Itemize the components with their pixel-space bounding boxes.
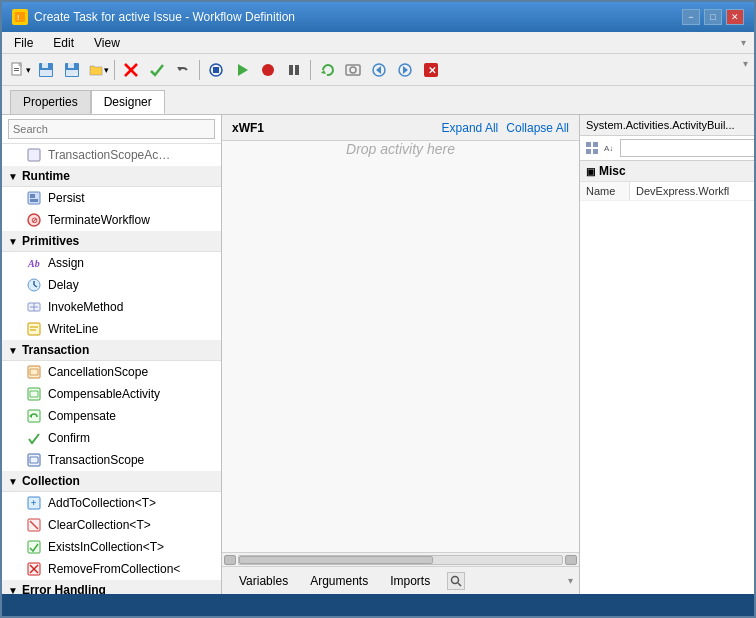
toolbox-item-existsincollection[interactable]: ExistsInCollection<T> — [2, 536, 221, 558]
toolbox-item-terminate[interactable]: ⊘ TerminateWorkflow — [2, 209, 221, 231]
delete-button[interactable] — [119, 58, 143, 82]
pause-button[interactable] — [282, 58, 306, 82]
svg-rect-5 — [14, 70, 19, 71]
save-button[interactable] — [34, 58, 58, 82]
menu-view[interactable]: View — [90, 35, 124, 51]
misc-expand-icon: ▣ — [586, 166, 595, 177]
designer-canvas-wrapper[interactable]: Drop activity here — [222, 141, 579, 552]
menu-file[interactable]: File — [10, 35, 37, 51]
toolbox-item-confirm[interactable]: Confirm — [2, 427, 221, 449]
svg-marker-17 — [213, 67, 219, 73]
tab-imports[interactable]: Imports — [379, 570, 441, 592]
workflow-name: xWF1 — [232, 121, 264, 135]
svg-rect-62 — [586, 142, 591, 147]
props-sort-btn[interactable]: A↓ — [602, 138, 618, 158]
toolbox-item-transactionscope[interactable]: TransactionScope — [2, 449, 221, 471]
toolbox-search-container — [2, 115, 221, 144]
collection-arrow: ▼ — [8, 476, 18, 487]
open-button[interactable]: ▾ — [86, 58, 110, 82]
delay-icon — [26, 277, 42, 293]
tab-properties[interactable]: Properties — [10, 90, 91, 114]
svg-rect-20 — [289, 65, 293, 75]
svg-text:✕: ✕ — [428, 65, 436, 76]
svg-rect-21 — [295, 65, 299, 75]
props-categorize-btn[interactable] — [584, 138, 600, 158]
section-error-handling[interactable]: ▼ Error Handling — [2, 580, 221, 594]
toolbox-item-compensate[interactable]: Compensate — [2, 405, 221, 427]
play-button[interactable] — [230, 58, 254, 82]
horizontal-scrollbar[interactable] — [222, 552, 579, 566]
toolbox-item-addtocollection[interactable]: + AddToCollection<T> — [2, 492, 221, 514]
toolbox-item-writeline[interactable]: WriteLine — [2, 318, 221, 340]
svg-marker-28 — [403, 66, 408, 74]
svg-text:A↓: A↓ — [604, 144, 613, 153]
addtocollection-icon: + — [26, 495, 42, 511]
undo-button[interactable] — [171, 58, 195, 82]
section-transaction[interactable]: ▼ Transaction — [2, 340, 221, 361]
section-collection[interactable]: ▼ Collection — [2, 471, 221, 492]
menu-edit[interactable]: Edit — [49, 35, 78, 51]
error-button[interactable]: ✕ — [419, 58, 443, 82]
existsincollection-icon — [26, 539, 42, 555]
toolbox-item-truncated[interactable]: TransactionScopeAc… — [2, 144, 221, 166]
scrollbar-thumb[interactable] — [239, 556, 433, 564]
stop-debug-button[interactable] — [204, 58, 228, 82]
truncated-icon — [26, 147, 42, 163]
toolbox-item-cancellationscope[interactable]: CancellationScope — [2, 361, 221, 383]
new-button[interactable]: ▾ — [8, 58, 32, 82]
svg-rect-44 — [28, 323, 40, 335]
svg-rect-10 — [68, 63, 74, 68]
designer-canvas[interactable]: Drop activity here — [222, 141, 579, 157]
toolbox-search-input[interactable] — [8, 119, 215, 139]
svg-marker-22 — [321, 70, 326, 74]
svg-rect-31 — [28, 149, 40, 161]
section-primitives[interactable]: ▼ Primitives — [2, 231, 221, 252]
props-section-misc[interactable]: ▣ Misc — [580, 161, 754, 182]
toolbox-item-removefromcollection[interactable]: RemoveFromCollection< — [2, 558, 221, 580]
props-row-name: Name DevExpress.Workfl — [580, 182, 754, 201]
svg-marker-18 — [238, 64, 248, 76]
minimize-button[interactable]: − — [682, 9, 700, 25]
svg-rect-65 — [593, 149, 598, 154]
close-button[interactable]: ✕ — [726, 9, 744, 25]
designer-bottom-tabs: Variables Arguments Imports ▾ — [222, 566, 579, 594]
toolbar-pin[interactable]: ▾ — [743, 58, 748, 69]
toolbox-panel: TransactionScopeAc… ▼ Runtime P — [2, 115, 222, 594]
main-content: TransactionScopeAc… ▼ Runtime P — [2, 114, 754, 594]
toolbox-item-compensableactivity[interactable]: CompensableActivity — [2, 383, 221, 405]
bottom-tabs-expand[interactable]: ▾ — [568, 575, 573, 586]
refresh-button[interactable] — [315, 58, 339, 82]
props-header: System.Activities.ActivityBuil... — [580, 115, 754, 136]
expand-all-link[interactable]: Expand All — [442, 121, 499, 135]
validate-button[interactable] — [145, 58, 169, 82]
collapse-all-link[interactable]: Collapse All — [506, 121, 569, 135]
tab-arguments[interactable]: Arguments — [299, 570, 379, 592]
toolbox-item-delay[interactable]: Delay — [2, 274, 221, 296]
toolbox-item-persist[interactable]: Persist — [2, 187, 221, 209]
toolbox-item-assign[interactable]: Ab Assign — [2, 252, 221, 274]
section-runtime[interactable]: ▼ Runtime — [2, 166, 221, 187]
nav-back-button[interactable] — [367, 58, 391, 82]
props-search-input[interactable] — [620, 139, 754, 157]
screenshot-button[interactable] — [341, 58, 365, 82]
toolbox-item-invokemethod[interactable]: InvokeMethod — [2, 296, 221, 318]
tab-variables[interactable]: Variables — [228, 570, 299, 592]
scroll-right-btn[interactable] — [565, 555, 577, 565]
title-bar: ! Create Task for active Issue - Workflo… — [2, 2, 754, 32]
svg-point-24 — [350, 67, 356, 73]
svg-point-60 — [452, 576, 459, 583]
search-tab-icon[interactable] — [447, 572, 465, 590]
svg-rect-8 — [40, 70, 52, 76]
svg-text:+: + — [31, 498, 36, 508]
svg-text:+: + — [74, 71, 78, 77]
toolbox-item-clearcollection[interactable]: ClearCollection<T> — [2, 514, 221, 536]
maximize-button[interactable]: □ — [704, 9, 722, 25]
scroll-left-btn[interactable] — [224, 555, 236, 565]
svg-rect-4 — [14, 68, 19, 69]
scrollbar-track[interactable] — [238, 555, 563, 565]
props-value-name: DevExpress.Workfl — [630, 182, 754, 200]
tab-designer[interactable]: Designer — [91, 90, 165, 114]
saveas-button[interactable]: + — [60, 58, 84, 82]
record-button[interactable] — [256, 58, 280, 82]
nav-forward-button[interactable] — [393, 58, 417, 82]
